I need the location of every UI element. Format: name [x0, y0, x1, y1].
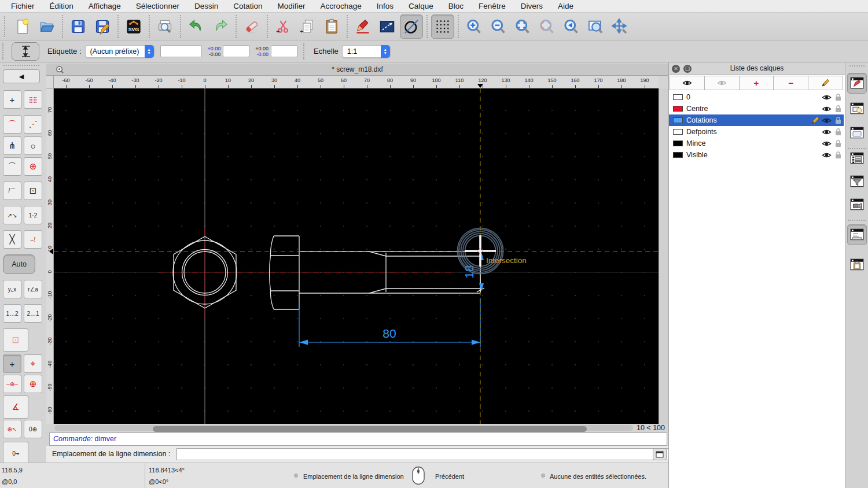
drawing-canvas[interactable]: 80 18 Intersection [54, 88, 659, 424]
snap-middle-button[interactable]: ⌒ [3, 157, 21, 176]
paste-button[interactable] [320, 14, 343, 39]
order-1-2-button[interactable]: 1…2 [3, 304, 21, 323]
menu-modifier[interactable]: Modifier [270, 0, 312, 13]
open-file-button[interactable] [35, 14, 58, 39]
coords-polar-button[interactable]: r∠a [24, 280, 42, 298]
restrict-free-button[interactable]: + [3, 354, 21, 373]
zoom-in-button[interactable] [462, 14, 486, 39]
tolerance2-input[interactable] [271, 45, 297, 57]
scale-select[interactable]: 1:1 ▲▼ [342, 45, 391, 58]
set-relative-angle-button[interactable]: ∡ [3, 395, 28, 419]
save-as-button[interactable] [91, 14, 114, 39]
restrict-nothing-button[interactable]: ⊡ [3, 328, 28, 352]
layer-lock-icon[interactable] [832, 93, 844, 101]
snap-entity-point-button[interactable]: ○ [24, 136, 42, 155]
layer-row-mince[interactable]: Mince [669, 138, 844, 149]
unlock-relative-zero-button[interactable]: 0╼ [3, 442, 28, 465]
menu-dessin[interactable]: Dessin [187, 0, 226, 13]
new-file-button[interactable] [11, 14, 34, 39]
show-all-layers-button[interactable] [670, 76, 705, 90]
add-layer-button[interactable]: + [740, 76, 774, 90]
horizontal-scrollbar-thumb[interactable] [153, 426, 587, 432]
options-drag-handle[interactable] [2, 43, 7, 60]
vertical-dimension-tool-button[interactable] [12, 42, 39, 61]
layer-edit-icon[interactable] [809, 116, 821, 125]
snap-grid-button[interactable]: ⣿⣿ [24, 90, 42, 109]
edit-layer-button[interactable] [808, 76, 843, 90]
restrict-orthogonal-button[interactable]: ⌖ [24, 354, 42, 373]
snap-tangent-button[interactable]: /⌒ [3, 182, 21, 200]
layer-visibility-icon[interactable] [821, 151, 832, 159]
set-relative-zero-button[interactable]: ⊕↖ [3, 420, 21, 438]
tolerance1-input[interactable] [223, 45, 249, 57]
snap-intersection-button[interactable]: ╳ [3, 230, 21, 249]
zoom-previous-button[interactable] [535, 14, 558, 39]
layer-row-defpoints[interactable]: Defpoints [669, 126, 844, 138]
library-browser-window-button[interactable] [847, 123, 867, 143]
menu-fichier[interactable]: Fichier [3, 0, 42, 13]
snap-free-button[interactable]: + [3, 90, 21, 109]
pen-attributes-button[interactable] [351, 14, 374, 39]
order-2-1-button[interactable]: 2…1 [24, 304, 42, 323]
layer-row-centre[interactable]: Centre [669, 103, 844, 114]
menu-affichage[interactable]: Affichage [81, 0, 128, 13]
snap-auto-button[interactable]: Auto [3, 254, 35, 274]
toolbar-drag-handle[interactable] [4, 16, 9, 37]
prefix-select[interactable]: (Aucun préfixe) ▲▼ [85, 45, 155, 58]
svg-export-button[interactable]: SVG [122, 14, 145, 39]
zoom-pan-button[interactable] [608, 14, 631, 39]
entity-attributes-button[interactable] [376, 14, 399, 39]
zoom-out-button[interactable] [487, 14, 510, 39]
copy-button[interactable]: + [296, 14, 319, 39]
menu-selectionner[interactable]: Sélectionner [128, 0, 187, 13]
construction-mode-button[interactable] [400, 14, 423, 39]
layer-lock-icon[interactable] [832, 128, 844, 136]
menu-edition[interactable]: Édition [42, 0, 81, 13]
restrict-horizontal-button[interactable]: –⊕– [3, 375, 21, 393]
save-button[interactable] [67, 14, 90, 39]
snap-intersection-manual-button[interactable]: –! [24, 230, 42, 249]
block-list-window-button[interactable] [847, 98, 867, 119]
menu-calque[interactable]: Calque [401, 0, 441, 13]
menu-divers[interactable]: Divers [513, 0, 550, 13]
document-titlebar[interactable]: * screw_m18.dxf [46, 64, 668, 76]
zoom-back-button[interactable] [560, 14, 583, 39]
menu-infos[interactable]: Infos [369, 0, 401, 13]
dock-drag-handle[interactable] [849, 65, 865, 66]
menu-cotation[interactable]: Cotation [226, 0, 270, 13]
undo-button[interactable] [185, 14, 208, 39]
command-history[interactable]: Commande: dimver [49, 432, 667, 446]
layer-visibility-icon[interactable] [821, 128, 832, 136]
redo-button[interactable] [209, 14, 232, 39]
snap-auto-intersection-button[interactable]: ↗↘ [3, 206, 21, 224]
layer-lock-icon[interactable] [832, 116, 844, 124]
snap-center-button[interactable]: ⊕ [24, 157, 42, 176]
property-editor-window-button[interactable] [847, 73, 867, 94]
layer-visibility-icon[interactable] [821, 94, 832, 101]
snapbar-drag-handle[interactable] [3, 65, 39, 66]
print-preview-button[interactable] [153, 14, 176, 39]
layer-visibility-icon[interactable] [821, 105, 832, 113]
snap-distance-box-button[interactable]: ⊡ [24, 182, 42, 200]
layer-list-window-button[interactable] [847, 148, 867, 169]
remove-layer-button[interactable]: − [774, 76, 808, 90]
layer-lock-icon[interactable] [832, 105, 844, 113]
snap-endpoints-button[interactable]: ⌒ [3, 115, 21, 134]
cut-button[interactable]: + [271, 14, 295, 39]
zoom-window-button[interactable] [584, 14, 607, 39]
grid-toggle-button[interactable] [431, 14, 454, 39]
pen-palette-window-button[interactable] [847, 194, 867, 215]
delete-button[interactable] [240, 14, 263, 39]
snap-distance-points-button[interactable]: 1·2 [24, 206, 42, 224]
back-button[interactable]: ◀ [3, 69, 40, 83]
lock-relative-zero-button[interactable]: 0⊕ [24, 420, 42, 438]
hide-all-layers-button[interactable] [705, 76, 740, 90]
restrict-vertical-button[interactable]: ⊕ [24, 375, 42, 393]
horizontal-scrollbar[interactable] [54, 425, 633, 431]
label-input[interactable] [160, 45, 202, 57]
layer-lock-icon[interactable] [832, 151, 844, 159]
layer-row-0[interactable]: 0 [669, 91, 844, 103]
layer-visibility-icon[interactable] [821, 140, 832, 147]
command-line-window-button[interactable] [847, 224, 867, 245]
layer-row-visible[interactable]: Visible [669, 149, 844, 161]
